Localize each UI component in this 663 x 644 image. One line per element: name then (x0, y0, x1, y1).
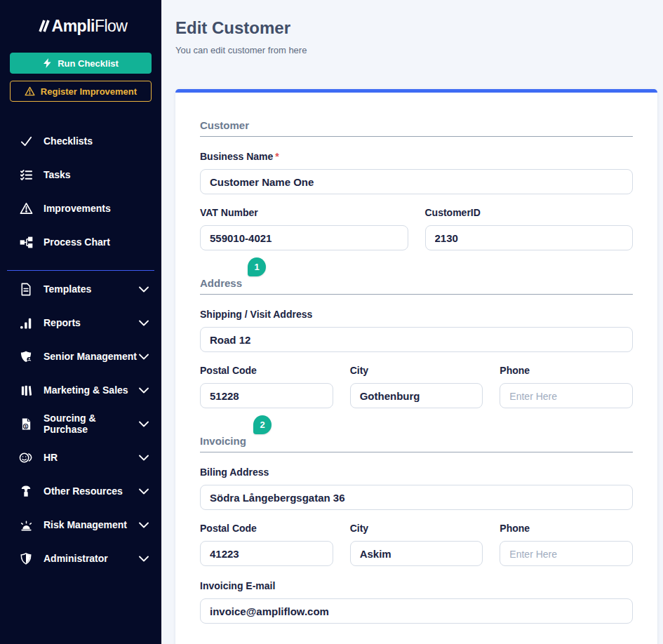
invoicing-email-label: Invoicing E-mail (200, 580, 633, 592)
invoicing-postal-group: Postal Code (200, 523, 333, 566)
shipping-city-field[interactable] (350, 383, 483, 408)
invoicing-phone-group: Phone (500, 523, 633, 566)
page-subtitle: You can edit customer from here (175, 45, 657, 55)
invoicing-city-group: City (350, 523, 483, 566)
person-resources-icon (19, 484, 33, 498)
shield-icon (19, 551, 33, 565)
section-title: Customer (200, 119, 633, 132)
page-title: Edit Customer (175, 18, 657, 38)
vat-number-field[interactable] (200, 225, 408, 250)
sidebar-divider (7, 270, 154, 271)
sidebar-item-label: Improvements (43, 203, 111, 214)
shield-person-icon (19, 349, 33, 363)
people-icon (19, 450, 33, 464)
shipping-phone-field[interactable] (500, 383, 633, 408)
brand-logo: AmpliFlow (0, 6, 161, 46)
invoicing-phone-field[interactable] (500, 541, 633, 566)
step-badge-1: 1 (248, 257, 266, 276)
section-title: Invoicing (200, 435, 633, 448)
city-label: City (350, 523, 483, 535)
siren-icon (19, 518, 33, 532)
warning-triangle-icon (19, 201, 33, 215)
sidebar-item-sourcing-purchase[interactable]: $ Sourcing & Purchase (0, 407, 161, 441)
section-address: 1 Address (200, 277, 633, 295)
card-accent-bar (175, 89, 657, 93)
chevron-down-icon (139, 320, 149, 326)
run-checklist-button[interactable]: Run Checklist (10, 53, 152, 74)
postal-code-label: Postal Code (200, 365, 333, 377)
business-name-field[interactable] (200, 169, 633, 194)
sidebar-item-label: Risk Management (43, 519, 127, 530)
sidebar-item-other-resources[interactable]: Other Resources (0, 474, 161, 508)
sidebar-item-improvements[interactable]: Improvements (0, 192, 161, 225)
sidebar: AmpliFlow Run Checklist Register Improve… (0, 0, 161, 644)
sidebar-item-label: Tasks (43, 169, 71, 180)
phone-label: Phone (500, 523, 633, 535)
sidebar-item-risk-management[interactable]: Risk Management (0, 508, 161, 542)
phone-label: Phone (500, 365, 633, 377)
customer-id-field[interactable] (425, 225, 634, 250)
shipping-postal-group: Postal Code (200, 365, 333, 408)
postal-code-label: Postal Code (200, 523, 333, 535)
checkmark-icon (19, 134, 33, 148)
customer-id-label: CustomerID (425, 207, 634, 219)
business-name-label: Business Name* (200, 151, 633, 163)
chevron-down-icon (139, 354, 149, 360)
chevron-down-icon (139, 522, 149, 528)
sidebar-item-label: Process Chart (43, 236, 110, 248)
bar-chart-icon (19, 316, 33, 330)
city-label: City (350, 365, 483, 377)
run-checklist-label: Run Checklist (58, 58, 119, 69)
sidebar-item-label: Sourcing & Purchase (43, 412, 139, 435)
sidebar-item-label: Other Resources (43, 485, 123, 497)
vat-number-group: VAT Number (200, 207, 408, 250)
register-improvement-label: Register Improvement (41, 86, 137, 97)
main-content: Edit Customer You can edit customer from… (161, 0, 663, 644)
invoicing-city-field[interactable] (350, 541, 483, 566)
edit-customer-card: Customer Business Name* VAT Number Custo… (175, 89, 657, 644)
sidebar-item-templates[interactable]: Templates (0, 272, 161, 306)
brand-name: AmpliFlow (52, 17, 128, 36)
invoicing-postal-field[interactable] (200, 541, 333, 566)
sidebar-item-senior-management[interactable]: Senior Management (0, 340, 161, 373)
section-invoicing: 2 Invoicing (200, 435, 633, 452)
flow-chart-icon (19, 235, 33, 249)
sidebar-item-label: Senior Management (43, 351, 137, 362)
sidebar-item-label: HR (43, 452, 58, 463)
sidebar-item-label: Templates (43, 283, 91, 295)
invoicing-email-field[interactable] (200, 598, 633, 624)
sidebar-item-label: Administrator (43, 553, 108, 564)
sidebar-item-label: Marketing & Sales (43, 384, 128, 396)
document-icon (19, 282, 33, 296)
chevron-down-icon (139, 421, 149, 427)
shipping-phone-group: Phone (500, 365, 633, 408)
sidebar-item-marketing-sales[interactable]: Marketing & Sales (0, 373, 161, 407)
sidebar-item-hr[interactable]: HR (0, 441, 161, 474)
chevron-down-icon (139, 387, 149, 394)
chevron-down-icon (139, 286, 149, 293)
receipt-dollar-icon: $ (19, 417, 33, 431)
sidebar-nav: Checklists Tasks Improvements (0, 124, 161, 575)
sidebar-item-reports[interactable]: Reports (0, 306, 161, 340)
billing-address-field[interactable] (200, 485, 633, 510)
shipping-city-group: City (350, 365, 483, 408)
customer-id-group: CustomerID (425, 207, 634, 250)
sidebar-item-tasks[interactable]: Tasks (0, 158, 161, 192)
sidebar-item-label: Checklists (43, 135, 93, 147)
sidebar-item-checklists[interactable]: Checklists (0, 124, 161, 158)
vat-number-label: VAT Number (200, 207, 408, 219)
billing-address-label: Biling Address (200, 467, 633, 478)
shipping-address-label: Shipping / Visit Address (200, 309, 633, 321)
chevron-down-icon (139, 455, 149, 461)
sidebar-item-process-chart[interactable]: Process Chart (0, 225, 161, 259)
sidebar-item-administrator[interactable]: Administrator (0, 542, 161, 575)
lightning-bolt-icon (43, 58, 52, 68)
shipping-postal-field[interactable] (200, 383, 333, 408)
shipping-address-field[interactable] (200, 327, 633, 352)
required-asterisk: * (275, 151, 279, 162)
chevron-down-icon (139, 556, 149, 562)
register-improvement-button[interactable]: Register Improvement (10, 81, 152, 102)
section-title: Address (200, 277, 633, 290)
chevron-down-icon (139, 488, 149, 495)
warning-triangle-icon (25, 86, 35, 96)
